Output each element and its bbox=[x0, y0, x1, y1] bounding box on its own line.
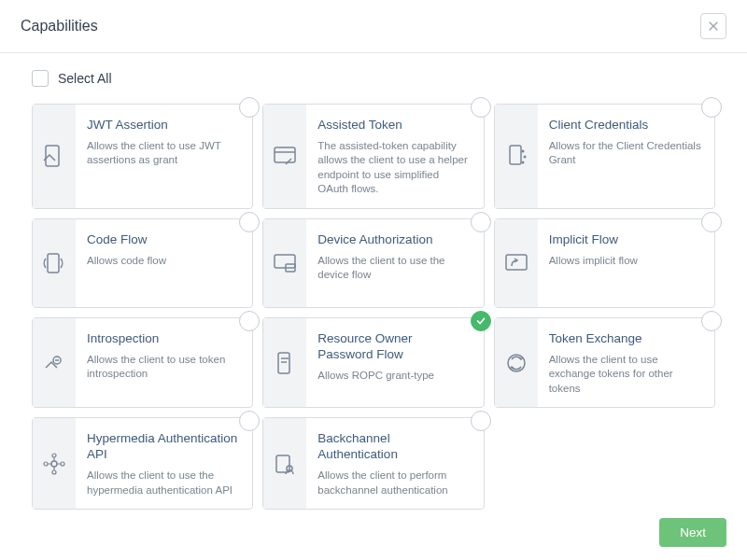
card-content: Hypermedia Authentication APIAllows the … bbox=[76, 418, 252, 509]
card-select-radio[interactable] bbox=[701, 311, 722, 331]
card-title: Device Authorization bbox=[317, 232, 470, 248]
card-content: JWT AssertionAllows the client to use JW… bbox=[76, 105, 252, 208]
capability-card-assisted-token[interactable]: Assisted TokenThe assisted-token capabil… bbox=[262, 104, 484, 209]
card-select-radio[interactable] bbox=[701, 212, 722, 232]
client-credentials-icon bbox=[495, 105, 538, 208]
card-content: Resource Owner Password FlowAllows ROPC … bbox=[306, 318, 483, 407]
capability-card-code-flow[interactable]: Code FlowAllows code flow bbox=[32, 218, 253, 308]
page-title: Capabilities bbox=[21, 18, 98, 35]
card-select-radio[interactable] bbox=[239, 411, 260, 431]
backchannel-icon bbox=[263, 418, 306, 509]
jwt-assertion-icon bbox=[33, 105, 76, 208]
code-flow-icon bbox=[33, 219, 76, 307]
card-title: JWT Assertion bbox=[87, 118, 239, 133]
card-description: Allows the client to use the hypermedia … bbox=[87, 469, 239, 497]
capability-card-ropc[interactable]: Resource Owner Password FlowAllows ROPC … bbox=[262, 317, 484, 408]
card-title: Code Flow bbox=[87, 232, 239, 248]
card-content: Backchannel AuthenticationAllows the cli… bbox=[306, 418, 483, 509]
card-content: Code FlowAllows code flow bbox=[76, 219, 252, 307]
card-title: Client Credentials bbox=[549, 118, 701, 133]
card-title: Hypermedia Authentication API bbox=[87, 431, 239, 463]
capability-card-hypermedia[interactable]: Hypermedia Authentication APIAllows the … bbox=[32, 417, 253, 510]
card-description: Allows the client to use token introspec… bbox=[87, 353, 239, 382]
card-select-radio[interactable] bbox=[239, 97, 260, 118]
close-button[interactable] bbox=[700, 13, 726, 39]
card-select-radio[interactable] bbox=[701, 97, 722, 118]
checkbox-box bbox=[32, 70, 49, 87]
introspection-icon bbox=[33, 318, 76, 407]
capability-card-client-credentials[interactable]: Client CredentialsAllows for the Client … bbox=[494, 104, 715, 209]
card-title: Introspection bbox=[87, 331, 239, 347]
card-description: Allows the client to use the device flow bbox=[317, 254, 470, 283]
capability-card-token-exchange[interactable]: Token ExchangeAllows the client to use e… bbox=[494, 317, 715, 408]
select-all-label: Select All bbox=[58, 71, 112, 86]
card-select-radio[interactable] bbox=[471, 311, 491, 331]
hypermedia-icon bbox=[33, 418, 76, 509]
assisted-token-icon bbox=[263, 105, 306, 208]
card-description: Allows the client to perform backchannel… bbox=[317, 469, 470, 497]
card-description: Allows implicit flow bbox=[549, 254, 701, 269]
card-select-radio[interactable] bbox=[471, 97, 491, 118]
ropc-icon bbox=[263, 318, 306, 407]
card-select-radio[interactable] bbox=[239, 212, 260, 232]
card-content: Token ExchangeAllows the client to use e… bbox=[538, 318, 714, 407]
capability-card-device-authorization[interactable]: Device AuthorizationAllows the client to… bbox=[262, 218, 484, 308]
card-select-radio[interactable] bbox=[239, 311, 260, 331]
card-description: Allows code flow bbox=[87, 254, 239, 269]
card-content: Assisted TokenThe assisted-token capabil… bbox=[306, 105, 483, 208]
card-title: Token Exchange bbox=[549, 331, 701, 347]
card-content: Client CredentialsAllows for the Client … bbox=[538, 105, 714, 208]
card-content: Implicit FlowAllows implicit flow bbox=[538, 219, 714, 307]
check-icon bbox=[475, 315, 486, 327]
capability-card-jwt-assertion[interactable]: JWT AssertionAllows the client to use JW… bbox=[32, 104, 253, 209]
card-title: Backchannel Authentication bbox=[317, 431, 470, 463]
capability-card-backchannel[interactable]: Backchannel AuthenticationAllows the cli… bbox=[262, 417, 484, 510]
card-content: Device AuthorizationAllows the client to… bbox=[306, 219, 483, 307]
token-exchange-icon bbox=[495, 318, 538, 407]
card-description: Allows the client to use exchange tokens… bbox=[549, 353, 701, 397]
card-title: Implicit Flow bbox=[549, 232, 701, 248]
capability-card-implicit-flow[interactable]: Implicit FlowAllows implicit flow bbox=[494, 218, 715, 308]
implicit-flow-icon bbox=[495, 219, 538, 307]
card-description: Allows for the Client Credentials Grant bbox=[549, 139, 701, 168]
card-description: Allows ROPC grant-type bbox=[317, 369, 470, 384]
card-description: Allows the client to use JWT assertions … bbox=[87, 139, 239, 168]
select-all-checkbox[interactable]: Select All bbox=[32, 70, 715, 87]
card-content: IntrospectionAllows the client to use to… bbox=[76, 318, 252, 407]
card-select-radio[interactable] bbox=[471, 212, 491, 232]
card-select-radio[interactable] bbox=[471, 411, 491, 431]
device-authorization-icon bbox=[263, 219, 306, 307]
card-title: Resource Owner Password Flow bbox=[317, 331, 470, 363]
card-description: The assisted-token capability allows the… bbox=[317, 139, 470, 197]
capability-card-introspection[interactable]: IntrospectionAllows the client to use to… bbox=[32, 317, 253, 408]
close-icon bbox=[708, 21, 719, 32]
next-button[interactable]: Next bbox=[659, 518, 726, 547]
card-title: Assisted Token bbox=[317, 118, 470, 133]
